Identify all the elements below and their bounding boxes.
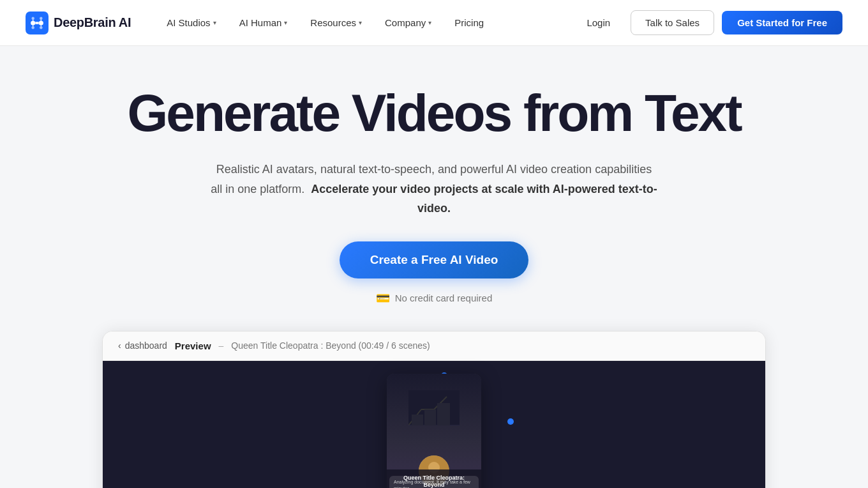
hero-title: Generate Videos from Text	[128, 84, 741, 142]
svg-point-2	[39, 20, 43, 25]
chevron-down-icon: ▾	[359, 19, 362, 26]
no-credit-notice: 💳 No credit card required	[376, 291, 493, 305]
brand-logo[interactable]: DeepBrain AI	[26, 11, 131, 34]
get-started-button[interactable]: Get Started for Free	[722, 11, 842, 34]
logo-icon	[26, 11, 49, 34]
nav-links: AI Studios ▾ AI Human ▾ Resources ▾ Comp…	[156, 12, 574, 33]
dot-decoration-right	[507, 418, 514, 425]
svg-point-1	[31, 20, 35, 25]
nav-item-resources[interactable]: Resources ▾	[300, 12, 372, 33]
video-thumbnail: Queen Title Cleopatra: Beyond	[387, 374, 481, 488]
nav-item-company[interactable]: Company ▾	[375, 12, 442, 33]
analyzing-overlay: Analyzing document. It may take a few mi…	[389, 476, 479, 488]
svg-point-9	[40, 26, 43, 29]
nav-label-ai-studios: AI Studios	[167, 17, 210, 28]
talk-to-sales-button[interactable]: Talk to Sales	[631, 10, 714, 35]
svg-rect-17	[412, 415, 423, 425]
scene-background-icon	[408, 390, 460, 425]
nav-item-pricing[interactable]: Pricing	[444, 12, 494, 33]
thumb-scene-top	[387, 374, 481, 443]
svg-rect-3	[35, 22, 38, 24]
navbar: DeepBrain AI AI Studios ▾ AI Human ▾ Res…	[0, 0, 868, 46]
analyzing-text: Analyzing document. It may take a few mi…	[394, 479, 474, 488]
svg-point-4	[31, 17, 34, 20]
preview-separator: –	[219, 340, 224, 351]
hero-section: Generate Videos from Text Realistic AI a…	[0, 46, 868, 488]
dashboard-label: dashboard	[125, 340, 167, 351]
nav-item-ai-studios[interactable]: AI Studios ▾	[156, 12, 226, 33]
thumb-inner: Queen Title Cleopatra: Beyond	[387, 374, 481, 488]
no-credit-text: No credit card required	[395, 293, 493, 303]
svg-rect-18	[424, 409, 436, 425]
nav-label-company: Company	[385, 17, 426, 28]
credit-card-icon: 💳	[376, 291, 390, 305]
login-button[interactable]: Login	[574, 12, 623, 33]
preview-label: Preview	[175, 340, 211, 351]
back-to-dashboard[interactable]: ‹ dashboard	[118, 340, 167, 351]
nav-item-ai-human[interactable]: AI Human ▾	[229, 12, 298, 33]
svg-rect-19	[437, 403, 450, 425]
chevron-down-icon: ▾	[213, 19, 216, 26]
hero-subtitle: Realistic AI avatars, natural text-to-sp…	[211, 160, 657, 218]
nav-label-ai-human: AI Human	[239, 17, 282, 28]
nav-actions: Login Talk to Sales Get Started for Free	[574, 10, 842, 35]
nav-label-resources: Resources	[310, 17, 356, 28]
svg-point-8	[31, 26, 34, 29]
nav-label-pricing: Pricing	[454, 17, 484, 28]
preview-content: Queen Title Cleopatra: Beyond	[103, 361, 765, 488]
svg-point-5	[40, 17, 43, 20]
preview-bar: ‹ dashboard Preview – Queen Title Cleopa…	[103, 332, 765, 361]
hero-subtitle-bold: Accelerate your video projects at scale …	[311, 183, 657, 215]
brand-name: DeepBrain AI	[54, 15, 131, 30]
back-arrow-icon: ‹	[118, 340, 121, 351]
chevron-down-icon: ▾	[284, 19, 287, 26]
create-free-video-button[interactable]: Create a Free AI Video	[340, 241, 529, 278]
chevron-down-icon: ▾	[428, 19, 431, 26]
preview-card: ‹ dashboard Preview – Queen Title Cleopa…	[102, 331, 766, 488]
preview-description: Queen Title Cleopatra : Beyond (00:49 / …	[231, 340, 430, 351]
